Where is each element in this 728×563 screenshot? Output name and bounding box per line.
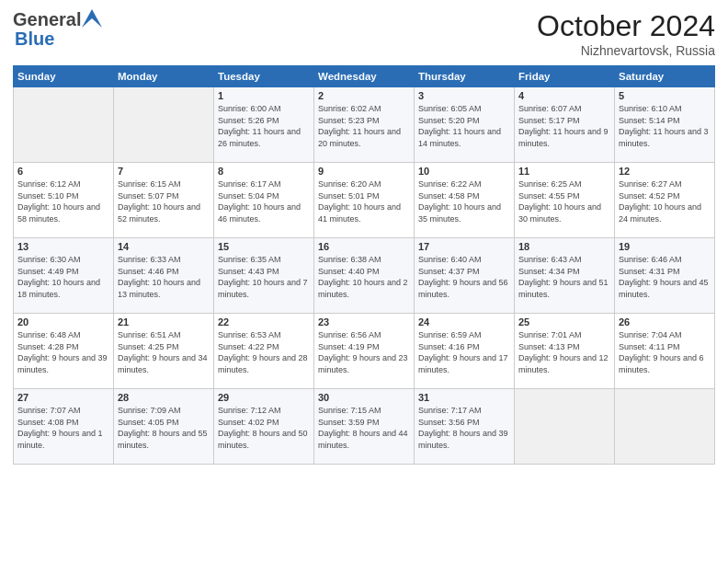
day-info: Sunrise: 6:25 AMSunset: 4:55 PMDaylight:… xyxy=(518,178,610,224)
calendar-cell: 27Sunrise: 7:07 AMSunset: 4:08 PMDayligh… xyxy=(14,389,114,465)
calendar-location: Nizhnevartovsk, Russia xyxy=(537,43,715,58)
calendar-cell xyxy=(615,389,715,465)
title-area: October 2024 Nizhnevartovsk, Russia xyxy=(537,9,715,58)
dow-header-wednesday: Wednesday xyxy=(314,66,415,87)
day-number: 29 xyxy=(218,392,310,403)
calendar-cell: 26Sunrise: 7:04 AMSunset: 4:11 PMDayligh… xyxy=(615,314,715,389)
calendar-cell: 28Sunrise: 7:09 AMSunset: 4:05 PMDayligh… xyxy=(114,389,214,465)
day-info: Sunrise: 6:40 AMSunset: 4:37 PMDaylight:… xyxy=(418,254,510,300)
day-number: 30 xyxy=(318,392,410,403)
logo-general-text: General xyxy=(13,9,81,30)
calendar-cell: 5Sunrise: 6:10 AMSunset: 5:14 PMDaylight… xyxy=(615,87,715,163)
day-number: 26 xyxy=(619,316,711,327)
day-info: Sunrise: 6:02 AMSunset: 5:23 PMDaylight:… xyxy=(318,103,410,149)
day-number: 9 xyxy=(318,166,410,177)
calendar-cell xyxy=(114,87,214,163)
calendar-cell: 1Sunrise: 6:00 AMSunset: 5:26 PMDaylight… xyxy=(214,87,314,163)
day-number: 21 xyxy=(118,316,210,327)
day-number: 20 xyxy=(17,316,109,327)
calendar-cell: 6Sunrise: 6:12 AMSunset: 5:10 PMDaylight… xyxy=(14,163,114,238)
day-number: 7 xyxy=(118,166,210,177)
calendar-cell: 10Sunrise: 6:22 AMSunset: 4:58 PMDayligh… xyxy=(415,163,515,238)
dow-header-saturday: Saturday xyxy=(615,66,715,87)
dow-header-sunday: Sunday xyxy=(14,66,114,87)
calendar-cell: 19Sunrise: 6:46 AMSunset: 4:31 PMDayligh… xyxy=(615,238,715,314)
calendar-cell: 17Sunrise: 6:40 AMSunset: 4:37 PMDayligh… xyxy=(415,238,515,314)
day-info: Sunrise: 6:38 AMSunset: 4:40 PMDaylight:… xyxy=(318,254,410,300)
svg-marker-0 xyxy=(82,9,102,28)
day-number: 6 xyxy=(17,166,109,177)
day-info: Sunrise: 6:35 AMSunset: 4:43 PMDaylight:… xyxy=(218,254,310,300)
day-number: 2 xyxy=(318,90,410,101)
day-number: 8 xyxy=(218,166,310,177)
day-number: 10 xyxy=(418,166,510,177)
dow-header-thursday: Thursday xyxy=(415,66,515,87)
day-number: 1 xyxy=(218,90,310,101)
day-info: Sunrise: 6:46 AMSunset: 4:31 PMDaylight:… xyxy=(619,254,711,300)
day-info: Sunrise: 7:17 AMSunset: 3:56 PMDaylight:… xyxy=(418,405,510,451)
day-number: 12 xyxy=(619,166,711,177)
day-number: 13 xyxy=(17,241,109,252)
calendar-cell: 24Sunrise: 6:59 AMSunset: 4:16 PMDayligh… xyxy=(415,314,515,389)
day-info: Sunrise: 6:48 AMSunset: 4:28 PMDaylight:… xyxy=(17,329,109,375)
calendar-cell: 23Sunrise: 6:56 AMSunset: 4:19 PMDayligh… xyxy=(314,314,415,389)
day-info: Sunrise: 6:05 AMSunset: 5:20 PMDaylight:… xyxy=(418,103,510,149)
day-number: 14 xyxy=(118,241,210,252)
calendar-cell: 21Sunrise: 6:51 AMSunset: 4:25 PMDayligh… xyxy=(114,314,214,389)
calendar-cell: 31Sunrise: 7:17 AMSunset: 3:56 PMDayligh… xyxy=(415,389,515,465)
calendar-table: SundayMondayTuesdayWednesdayThursdayFrid… xyxy=(13,65,715,465)
dow-header-tuesday: Tuesday xyxy=(214,66,314,87)
day-info: Sunrise: 6:30 AMSunset: 4:49 PMDaylight:… xyxy=(17,254,109,300)
day-number: 4 xyxy=(518,90,610,101)
day-number: 27 xyxy=(17,392,109,403)
day-info: Sunrise: 6:59 AMSunset: 4:16 PMDaylight:… xyxy=(418,329,510,375)
calendar-cell: 9Sunrise: 6:20 AMSunset: 5:01 PMDaylight… xyxy=(314,163,415,238)
day-info: Sunrise: 6:15 AMSunset: 5:07 PMDaylight:… xyxy=(118,178,210,224)
day-info: Sunrise: 7:15 AMSunset: 3:59 PMDaylight:… xyxy=(318,405,410,451)
calendar-cell: 16Sunrise: 6:38 AMSunset: 4:40 PMDayligh… xyxy=(314,238,415,314)
page-header: General Blue October 2024 Nizhnevartovsk… xyxy=(13,9,715,58)
calendar-cell: 12Sunrise: 6:27 AMSunset: 4:52 PMDayligh… xyxy=(615,163,715,238)
calendar-cell: 30Sunrise: 7:15 AMSunset: 3:59 PMDayligh… xyxy=(314,389,415,465)
dow-header-friday: Friday xyxy=(515,66,615,87)
calendar-cell: 7Sunrise: 6:15 AMSunset: 5:07 PMDaylight… xyxy=(114,163,214,238)
calendar-cell: 11Sunrise: 6:25 AMSunset: 4:55 PMDayligh… xyxy=(515,163,615,238)
day-info: Sunrise: 6:56 AMSunset: 4:19 PMDaylight:… xyxy=(318,329,410,375)
day-number: 23 xyxy=(318,316,410,327)
calendar-cell: 22Sunrise: 6:53 AMSunset: 4:22 PMDayligh… xyxy=(214,314,314,389)
day-number: 25 xyxy=(518,316,610,327)
day-number: 17 xyxy=(418,241,510,252)
day-info: Sunrise: 6:20 AMSunset: 5:01 PMDaylight:… xyxy=(318,178,410,224)
day-info: Sunrise: 6:22 AMSunset: 4:58 PMDaylight:… xyxy=(418,178,510,224)
day-info: Sunrise: 6:53 AMSunset: 4:22 PMDaylight:… xyxy=(218,329,310,375)
day-number: 16 xyxy=(318,241,410,252)
calendar-cell: 15Sunrise: 6:35 AMSunset: 4:43 PMDayligh… xyxy=(214,238,314,314)
day-info: Sunrise: 6:51 AMSunset: 4:25 PMDaylight:… xyxy=(118,329,210,375)
day-info: Sunrise: 7:01 AMSunset: 4:13 PMDaylight:… xyxy=(518,329,610,375)
day-number: 5 xyxy=(619,90,711,101)
dow-header-monday: Monday xyxy=(114,66,214,87)
day-number: 22 xyxy=(218,316,310,327)
day-number: 3 xyxy=(418,90,510,101)
calendar-cell: 3Sunrise: 6:05 AMSunset: 5:20 PMDaylight… xyxy=(415,87,515,163)
day-number: 15 xyxy=(218,241,310,252)
day-info: Sunrise: 6:12 AMSunset: 5:10 PMDaylight:… xyxy=(17,178,109,224)
day-info: Sunrise: 6:27 AMSunset: 4:52 PMDaylight:… xyxy=(619,178,711,224)
day-number: 31 xyxy=(418,392,510,403)
calendar-title: October 2024 xyxy=(537,9,715,43)
day-info: Sunrise: 6:43 AMSunset: 4:34 PMDaylight:… xyxy=(518,254,610,300)
logo-icon xyxy=(82,9,102,28)
day-info: Sunrise: 6:10 AMSunset: 5:14 PMDaylight:… xyxy=(619,103,711,149)
day-number: 11 xyxy=(518,166,610,177)
calendar-cell xyxy=(515,389,615,465)
day-info: Sunrise: 6:17 AMSunset: 5:04 PMDaylight:… xyxy=(218,178,310,224)
calendar-cell: 8Sunrise: 6:17 AMSunset: 5:04 PMDaylight… xyxy=(214,163,314,238)
calendar-cell xyxy=(14,87,114,163)
day-info: Sunrise: 7:09 AMSunset: 4:05 PMDaylight:… xyxy=(118,405,210,451)
calendar-cell: 25Sunrise: 7:01 AMSunset: 4:13 PMDayligh… xyxy=(515,314,615,389)
calendar-cell: 2Sunrise: 6:02 AMSunset: 5:23 PMDaylight… xyxy=(314,87,415,163)
calendar-cell: 18Sunrise: 6:43 AMSunset: 4:34 PMDayligh… xyxy=(515,238,615,314)
day-info: Sunrise: 7:07 AMSunset: 4:08 PMDaylight:… xyxy=(17,405,109,451)
day-info: Sunrise: 6:00 AMSunset: 5:26 PMDaylight:… xyxy=(218,103,310,149)
day-number: 28 xyxy=(118,392,210,403)
